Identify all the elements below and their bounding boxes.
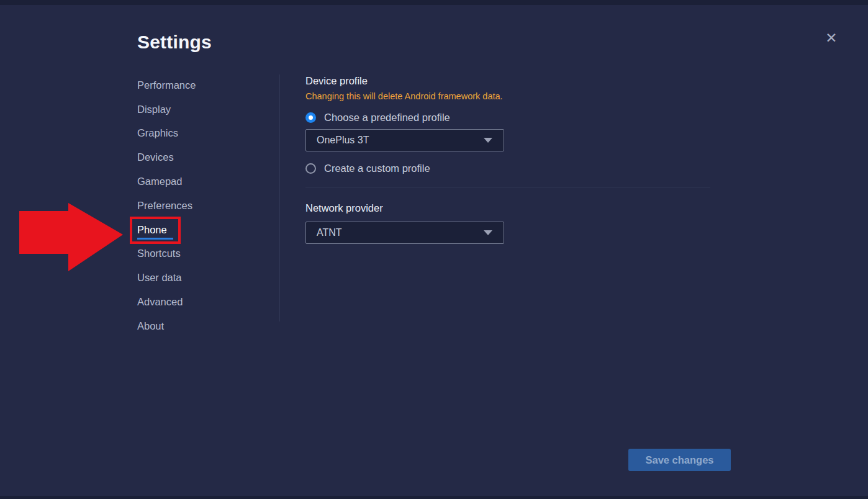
close-icon[interactable]: ✕ — [821, 27, 842, 48]
window-bottom-border — [0, 496, 868, 499]
radio-unselected-icon[interactable] — [305, 163, 316, 174]
network-provider-heading: Network provider — [305, 202, 383, 214]
device-profile-dropdown-value: OnePlus 3T — [306, 135, 484, 146]
chevron-down-icon — [484, 138, 492, 143]
sidebar-item-shortcuts[interactable]: Shortcuts — [137, 242, 261, 266]
sidebar-item-preferences[interactable]: Preferences — [137, 194, 261, 218]
device-profile-dropdown[interactable]: OnePlus 3T — [305, 129, 504, 151]
custom-profile-radio[interactable]: Create a custom profile — [305, 163, 430, 174]
sidebar-content-divider — [279, 74, 280, 321]
sidebar-item-gamepad[interactable]: Gamepad — [137, 169, 261, 194]
window-top-border — [0, 0, 868, 5]
radio-selected-icon[interactable] — [305, 112, 316, 123]
predefined-profile-radio-label: Choose a predefined profile — [324, 112, 450, 124]
chevron-down-icon — [484, 230, 492, 235]
red-arrow-annotation — [17, 201, 125, 273]
sidebar-item-devices[interactable]: Devices — [137, 145, 261, 169]
sidebar-item-performance[interactable]: Performance — [137, 73, 261, 97]
section-divider — [305, 187, 710, 187]
sidebar-item-advanced[interactable]: Advanced — [137, 290, 261, 314]
network-provider-dropdown[interactable]: ATNT — [305, 222, 504, 244]
sidebar-item-about[interactable]: About — [137, 314, 261, 338]
device-profile-heading: Device profile — [305, 75, 368, 87]
settings-sidebar: Performance Display Graphics Devices Gam… — [137, 73, 261, 338]
sidebar-item-user-data[interactable]: User data — [137, 266, 261, 290]
predefined-profile-radio[interactable]: Choose a predefined profile — [305, 112, 450, 124]
sidebar-item-phone[interactable]: Phone — [137, 218, 261, 242]
custom-profile-radio-label: Create a custom profile — [324, 163, 430, 174]
page-title: Settings — [137, 32, 212, 53]
sidebar-item-graphics[interactable]: Graphics — [137, 122, 261, 146]
sidebar-item-display[interactable]: Display — [137, 97, 261, 122]
network-provider-dropdown-value: ATNT — [306, 227, 484, 238]
save-changes-button[interactable]: Save changes — [628, 449, 731, 471]
device-profile-warning: Changing this will delete Android framew… — [305, 91, 503, 101]
